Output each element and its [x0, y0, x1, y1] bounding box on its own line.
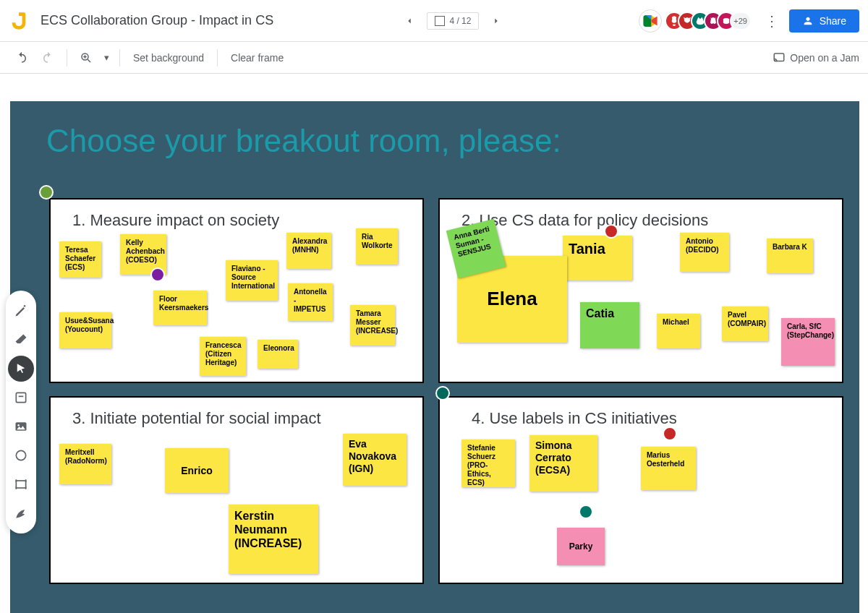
- sticky-note[interactable]: Flaviano - Source International: [226, 260, 278, 301]
- room-3-title: 3. Initiate potential for social impact: [72, 409, 321, 428]
- sticky-note[interactable]: Carla, SfC (StepChange): [781, 318, 835, 366]
- sticky-note[interactable]: Catia: [580, 302, 639, 348]
- separator: [217, 49, 218, 67]
- collaborator-cursor: [150, 267, 165, 282]
- redo-button[interactable]: [35, 45, 61, 71]
- eraser-icon: [14, 333, 28, 347]
- textbox-tool[interactable]: [8, 471, 34, 497]
- cursor-icon: [14, 362, 27, 375]
- collaborator-cursor: [663, 426, 677, 441]
- sticky-note[interactable]: Ria Wolkorte: [356, 228, 398, 265]
- pen-icon: [14, 304, 28, 318]
- frame-indicator[interactable]: 4 / 12: [427, 12, 479, 30]
- image-tool[interactable]: [8, 413, 34, 440]
- open-jam-label: Open on a Jam: [790, 52, 859, 64]
- chevron-left-icon: [404, 16, 414, 26]
- share-person-icon: [802, 15, 814, 27]
- next-frame-button[interactable]: [482, 7, 511, 35]
- laser-tool[interactable]: [8, 500, 34, 526]
- sticky-note[interactable]: Marius Oesterheld: [641, 447, 696, 490]
- room-2-title: 2. Use CS data for policy decisions: [461, 211, 708, 230]
- sticky-note[interactable]: Teresa Schaefer (ECS): [59, 241, 101, 278]
- share-button[interactable]: Share: [789, 9, 859, 33]
- redo-icon: [41, 51, 54, 64]
- collaborator-cursor: [579, 505, 593, 519]
- sticky-note[interactable]: Francesca (Citizen Heritage): [200, 337, 246, 376]
- svg-point-8: [17, 424, 20, 426]
- room-2[interactable]: 2. Use CS data for policy decisions Anna…: [438, 198, 843, 383]
- app-header: ECS Collaboration Group - Impact in CS 4…: [0, 0, 868, 42]
- select-tool[interactable]: [8, 356, 34, 382]
- svg-rect-4: [775, 53, 785, 61]
- laser-icon: [14, 506, 28, 520]
- svg-rect-10: [16, 481, 25, 488]
- room-1-title: 1. Measure impact on society: [72, 211, 279, 230]
- toolbar: ▾ Set background Clear frame Open on a J…: [0, 42, 868, 74]
- chevron-right-icon: [491, 16, 501, 26]
- room-4[interactable]: 4. Use labels in CS initiatives Stefanie…: [438, 396, 843, 584]
- canvas-wrapper: Choose your breakout room, please: 1. Me…: [0, 74, 868, 613]
- meet-icon: [643, 15, 658, 27]
- sticky-note[interactable]: Antonella - IMPETUS: [288, 283, 333, 321]
- sticky-note[interactable]: Usue&Susana (Youcount): [59, 312, 111, 348]
- undo-icon: [15, 51, 28, 64]
- collaborator-cursor: [604, 224, 618, 239]
- room-1[interactable]: 1. Measure impact on society Teresa Scha…: [49, 198, 424, 383]
- sticky-note[interactable]: Floor Keersmaekers: [153, 291, 207, 325]
- sticky-note[interactable]: Tamara Messer (INCREASE): [350, 305, 395, 346]
- zoom-icon: [80, 51, 93, 64]
- sticky-note[interactable]: Meritxell (RadoNorm): [59, 444, 111, 484]
- tool-palette: [6, 291, 36, 533]
- sticky-note[interactable]: Simona Cerrato (ECSA): [529, 435, 597, 492]
- image-icon: [14, 419, 28, 434]
- sticky-note[interactable]: Pavel (COMPAIR): [722, 306, 768, 341]
- note-icon: [14, 390, 28, 405]
- sticky-note[interactable]: Stefanie Schuerz (PRO-Ethics, ECS): [461, 440, 515, 487]
- sticky-note[interactable]: Eva Novakova (IGN): [343, 434, 407, 486]
- sticky-note-tool[interactable]: [8, 385, 34, 411]
- separator: [67, 49, 67, 67]
- sticky-note[interactable]: Kerstin Neumann (INCREASE): [229, 505, 318, 574]
- avatar-more-count[interactable]: +29: [730, 12, 752, 30]
- separator: [119, 49, 120, 67]
- sticky-note[interactable]: Eleonora: [258, 340, 298, 369]
- clear-frame-button[interactable]: Clear frame: [224, 48, 291, 68]
- set-background-button[interactable]: Set background: [126, 48, 211, 68]
- collaborator-cursor: [39, 185, 54, 200]
- frame-count: 4 / 12: [449, 16, 471, 26]
- canvas[interactable]: Choose your breakout room, please: 1. Me…: [10, 101, 859, 613]
- meet-button[interactable]: [639, 9, 662, 33]
- cast-icon: [773, 51, 786, 64]
- circle-icon: [14, 448, 28, 463]
- prev-frame-button[interactable]: [395, 7, 424, 35]
- sticky-note[interactable]: Enrico: [165, 448, 229, 493]
- frame-icon: [435, 16, 445, 26]
- jamboard-logo: [9, 11, 29, 31]
- shape-tool[interactable]: [8, 442, 34, 468]
- svg-point-9: [16, 450, 25, 460]
- slide-title: Choose your breakout room, please:: [46, 123, 561, 159]
- sticky-note[interactable]: Parky: [557, 528, 605, 565]
- zoom-button[interactable]: [73, 45, 99, 71]
- eraser-tool[interactable]: [8, 327, 34, 353]
- textbox-icon: [14, 477, 28, 492]
- collaborator-cursor: [435, 386, 450, 400]
- sticky-note[interactable]: Antonio (DECIDO): [680, 233, 729, 272]
- share-label: Share: [820, 15, 846, 27]
- svg-line-1: [88, 59, 90, 62]
- sticky-note[interactable]: Barbara K: [767, 239, 813, 273]
- undo-button[interactable]: [9, 45, 35, 71]
- open-on-jam-button[interactable]: Open on a Jam: [773, 51, 859, 64]
- sticky-note[interactable]: Alexandra (MNHN): [286, 233, 331, 269]
- zoom-dropdown[interactable]: ▾: [99, 45, 114, 71]
- svg-rect-5: [16, 393, 25, 402]
- collaborator-avatars: +29: [671, 12, 752, 30]
- sticky-note[interactable]: Michael: [657, 314, 700, 348]
- document-title[interactable]: ECS Collaboration Group - Impact in CS: [41, 13, 273, 28]
- more-menu-button[interactable]: ⋮: [757, 7, 786, 35]
- room-3[interactable]: 3. Initiate potential for social impact …: [49, 396, 424, 584]
- sticky-note[interactable]: Tania: [563, 236, 632, 280]
- pen-tool[interactable]: [8, 298, 34, 324]
- room-4-title: 4. Use labels in CS initiatives: [472, 409, 677, 428]
